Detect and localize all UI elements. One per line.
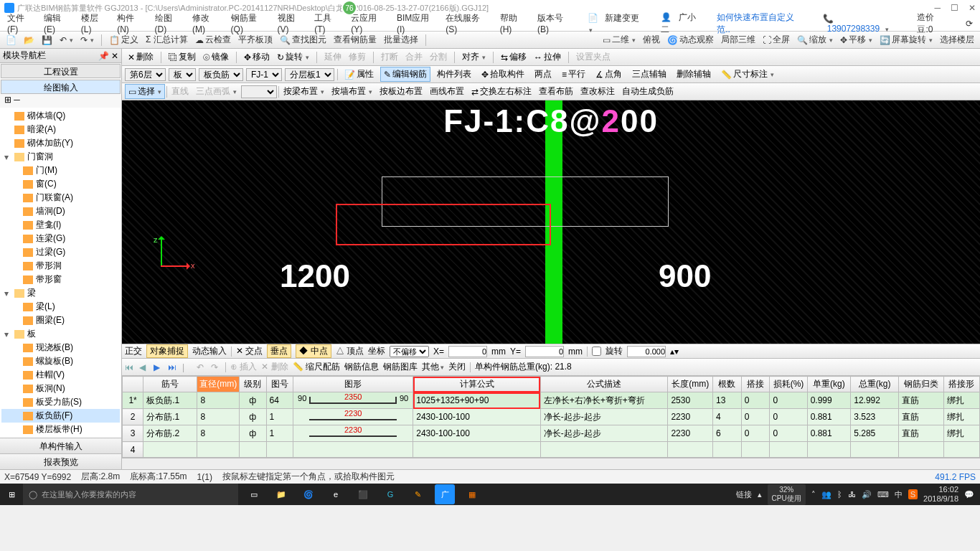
app3-icon[interactable]: ⬛ [353, 484, 373, 504]
tree-item[interactable]: 现浇板(B) [1, 341, 120, 354]
tray-up-icon[interactable]: ˄ [811, 490, 816, 499]
snap-coord[interactable]: 坐标 [368, 345, 385, 357]
tree-item[interactable]: ▾板 [1, 327, 120, 341]
tree-item[interactable]: 过梁(G) [1, 245, 120, 259]
pan-button[interactable]: ✥ 平移 [837, 33, 875, 47]
tree-item[interactable]: 楼层板带(H) [1, 423, 120, 436]
snap-intersection[interactable]: ✕ 交点 [236, 345, 263, 357]
new-icon[interactable]: 📄 [3, 34, 19, 46]
taskbar-clock[interactable]: 16:022018/9/18 [923, 485, 958, 504]
angle-button[interactable]: ∡ 点角 [592, 67, 626, 82]
tree-item[interactable]: 暗梁(A) [1, 123, 120, 136]
grid-delete-button[interactable]: ✕ 删除 [261, 361, 288, 373]
rebar-info-button[interactable]: 钢筋信息 [344, 361, 379, 373]
menu-bim[interactable]: BIM应用(I) [392, 12, 441, 34]
arc-select[interactable] [241, 85, 277, 98]
layer-select[interactable]: 分层板1 [285, 68, 334, 81]
component-list-button[interactable]: 构件列表 [433, 67, 475, 82]
task-view-icon[interactable]: ▭ [244, 484, 264, 504]
tray-vol-icon[interactable]: 🔊 [862, 490, 872, 499]
taskbar-search[interactable]: ◯ 在这里输入你要搜索的内容 [23, 484, 238, 505]
nav-redo-icon[interactable]: ↷ [211, 362, 221, 372]
refresh-icon[interactable]: ⟳ [961, 19, 977, 29]
menu-view[interactable]: 视图(V) [273, 12, 311, 34]
snap-mid[interactable]: ◆ 中点 [296, 344, 331, 358]
batch-select-button[interactable]: 批量选择 [381, 33, 421, 47]
tree-item[interactable]: 窗(C) [1, 177, 120, 191]
rotate-button[interactable]: ↻ 旋转 [274, 50, 312, 64]
menu-rebar[interactable]: 钢筋量(Q) [227, 12, 273, 34]
y-input[interactable] [525, 346, 564, 357]
view-2d-button[interactable]: ▭ 二维 [600, 33, 639, 47]
app7-icon[interactable]: ▦ [462, 484, 482, 504]
tab-draw-input[interactable]: 绘图输入 [1, 80, 121, 94]
scale-rebar-button[interactable]: 📏 缩尺配筋 [293, 361, 340, 373]
offset-select[interactable]: 不偏移 [390, 346, 429, 357]
by-wall-button[interactable]: 按墙布置 [329, 85, 375, 98]
ortho-toggle[interactable]: 正交 [125, 345, 142, 357]
menu-file[interactable]: 文件(F) [3, 12, 39, 34]
app4-icon[interactable]: G [380, 484, 400, 504]
annotation-button[interactable]: 查改标注 [578, 85, 618, 98]
menu-tools[interactable]: 工具(T) [310, 12, 347, 34]
zoom-button[interactable]: 🔍 缩放 [794, 33, 836, 47]
aux-axis-button[interactable]: 三点辅轴 [628, 67, 670, 82]
view-rebar-qty-button[interactable]: 查看钢筋量 [331, 33, 380, 47]
menu-draw[interactable]: 绘图(D) [151, 12, 188, 34]
menu-edit[interactable]: 编辑(E) [39, 12, 77, 34]
top-view-button[interactable]: 俯视 [640, 33, 663, 47]
rebar-grid[interactable]: 筋号直径(mm)级别图号图形计算公式公式描述长度(mm)根数搭接损耗(%)单重(… [122, 375, 980, 458]
parallel-button[interactable]: ≡ 平行 [558, 67, 589, 82]
horizontal-scroll[interactable] [122, 458, 980, 469]
local-3d-button[interactable]: 局部三维 [718, 33, 758, 47]
redo-icon[interactable]: ↷ [77, 34, 97, 46]
offset-button[interactable]: ⇆ 偏移 [498, 50, 529, 64]
swap-button[interactable]: ⇄ 交换左右标注 [468, 85, 534, 98]
single-component-input-button[interactable]: 单构件输入 [0, 438, 121, 453]
app2-icon[interactable]: 🌀 [298, 484, 319, 504]
tree-item[interactable]: 墙洞(D) [1, 204, 120, 218]
flat-top-button[interactable]: 平齐板顶 [235, 33, 275, 47]
category-select[interactable]: 板 [169, 68, 196, 81]
tray-people-icon[interactable]: 👥 [821, 490, 831, 499]
tree-item[interactable]: 圈梁(E) [1, 314, 120, 327]
type-select[interactable]: 板负筋 [199, 68, 243, 81]
copy-button[interactable]: ⿻ 复制 [166, 50, 199, 64]
tray-bt-icon[interactable]: ᛒ [837, 490, 842, 499]
cpu-widget[interactable]: 32%CPU使用 [768, 484, 806, 505]
tree-item[interactable]: ▾门窗洞 [1, 150, 120, 164]
rotate-stepper[interactable]: ▴▾ [670, 347, 679, 357]
tree-item[interactable]: 柱帽(V) [1, 368, 120, 382]
auto-gen-button[interactable]: 自动生成负筋 [619, 85, 677, 98]
tree-item[interactable]: 门(M) [1, 164, 120, 177]
menu-floor[interactable]: 楼层(L) [77, 12, 113, 34]
help-link[interactable]: 如何快速布置自定义范.. [712, 11, 811, 36]
snap-perp[interactable]: 垂点 [267, 344, 291, 358]
grid-insert-button[interactable]: ⊕ 插入 [230, 361, 257, 373]
undo-icon[interactable]: ↶ [57, 34, 76, 46]
tray-link[interactable]: 链接 [736, 489, 752, 500]
nav-first-icon[interactable]: ⏮ [125, 362, 135, 372]
draw-line-button[interactable]: 画线布置 [427, 85, 467, 98]
app6-icon[interactable]: 广 [435, 484, 455, 504]
other-button[interactable]: 其他 [422, 361, 444, 373]
tree-item[interactable]: 板受力筋(S) [1, 395, 120, 409]
select-tool[interactable]: ▭ 选择 [125, 84, 165, 99]
nav-prev-icon[interactable]: ◀ [139, 362, 149, 372]
dimension-button[interactable]: 📏 尺寸标注 [717, 67, 778, 82]
tree-item[interactable]: ▾梁 [1, 286, 120, 300]
menu-modify[interactable]: 修改(M) [188, 12, 227, 34]
tray-sogou-icon[interactable]: S [908, 489, 918, 499]
nav-next-icon[interactable]: ▶ [154, 362, 164, 372]
save-icon[interactable]: 💾 [39, 34, 55, 46]
select-floor-button[interactable]: 选择楼层 [937, 33, 977, 47]
tree-item[interactable]: 门联窗(A) [1, 191, 120, 204]
orbit-button[interactable]: 🌀 动态观察 [664, 33, 717, 47]
nav-undo-icon[interactable]: ↶ [197, 362, 207, 372]
report-preview-button[interactable]: 报表预览 [0, 453, 121, 469]
rotate-input[interactable] [627, 346, 666, 357]
menu-version[interactable]: 版本号(B) [533, 12, 579, 34]
pick-component-button[interactable]: ✥ 拾取构件 [478, 67, 528, 82]
tab-project-settings[interactable]: 工程设置 [1, 64, 121, 78]
dyn-input-toggle[interactable]: 动态输入 [192, 345, 227, 357]
